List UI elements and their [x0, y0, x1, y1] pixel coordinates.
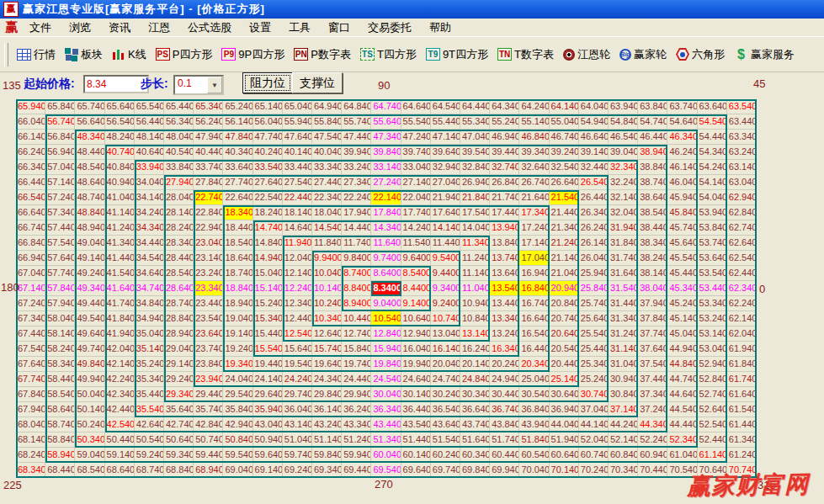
toolbar-item-winner-wheel[interactable]: Big赢家轮	[617, 45, 669, 64]
price-cell[interactable]: 16.7400	[519, 296, 549, 311]
price-cell[interactable]: 37.2400	[638, 402, 667, 417]
price-cell[interactable]: 19.3400	[223, 357, 253, 372]
toolbar-item-winner-service[interactable]: $赢家服务	[731, 45, 797, 64]
price-cell[interactable]: 53.6400	[698, 251, 727, 266]
price-cell[interactable]: 48.2400	[105, 130, 135, 145]
price-cell[interactable]: 59.4400	[194, 448, 223, 463]
price-cell[interactable]: 35.8400	[223, 402, 253, 417]
price-cell[interactable]: 21.7400	[490, 190, 519, 205]
price-cell[interactable]: 56.7400	[45, 114, 75, 130]
price-cell[interactable]: 68.2400	[16, 448, 45, 463]
price-cell[interactable]: 46.4400	[638, 130, 667, 145]
price-cell[interactable]: 12.7400	[342, 326, 371, 342]
price-cell[interactable]: 57.5400	[45, 236, 75, 251]
price-cell[interactable]: 22.8400	[194, 205, 223, 220]
price-cell[interactable]: 53.4400	[698, 281, 727, 296]
price-cell[interactable]: 50.2400	[75, 417, 104, 432]
price-cell[interactable]: 37.9400	[638, 296, 667, 311]
price-cell[interactable]: 12.9400	[401, 326, 431, 342]
price-cell[interactable]: 15.5400	[253, 342, 283, 357]
price-cell[interactable]: 58.0400	[45, 311, 75, 326]
price-cell[interactable]: 38.7400	[638, 175, 667, 190]
price-cell[interactable]: 52.1400	[609, 432, 638, 448]
price-cell[interactable]: 36.0400	[283, 402, 312, 417]
price-cell[interactable]: 46.2400	[667, 145, 697, 160]
price-cell[interactable]: 40.6400	[135, 145, 164, 160]
price-cell[interactable]: 39.4400	[490, 145, 519, 160]
price-cell[interactable]: 15.8400	[342, 342, 371, 357]
price-cell[interactable]: 27.9400	[164, 175, 194, 190]
price-cell[interactable]: 29.1400	[164, 357, 194, 372]
price-cell[interactable]: 26.8400	[490, 175, 519, 190]
price-cell[interactable]: 29.0400	[164, 342, 194, 357]
price-cell[interactable]: 44.2400	[609, 417, 638, 432]
price-cell[interactable]: 48.3400	[75, 130, 104, 145]
price-cell[interactable]: 54.2400	[698, 160, 727, 175]
price-cell[interactable]: 40.0400	[312, 145, 342, 160]
price-cell[interactable]: 35.7400	[194, 402, 223, 417]
price-cell[interactable]: 62.0400	[727, 326, 757, 342]
price-cell[interactable]: 25.8400	[579, 281, 609, 296]
price-cell[interactable]: 66.7400	[16, 220, 45, 236]
price-cell[interactable]: 67.6400	[16, 357, 45, 372]
price-cell[interactable]: 58.5400	[45, 387, 75, 402]
title-bar[interactable]: 赢 赢家江恩专业版[赢家服务平台] - [价格正方形]	[0, 0, 824, 19]
price-cell[interactable]: 49.1400	[75, 251, 104, 266]
price-cell[interactable]: 58.2400	[45, 342, 75, 357]
price-cell[interactable]: 31.9400	[609, 220, 638, 236]
price-cell[interactable]: 15.0400	[253, 266, 283, 281]
price-cell[interactable]: 67.3400	[16, 311, 45, 326]
price-cell[interactable]: 28.0400	[164, 190, 194, 205]
price-cell[interactable]: 46.8400	[519, 130, 549, 145]
price-cell[interactable]: 63.6400	[698, 99, 727, 114]
price-cell[interactable]: 53.0400	[698, 342, 727, 357]
price-cell[interactable]: 15.7400	[312, 342, 342, 357]
price-cell[interactable]: 42.5400	[105, 417, 135, 432]
price-cell[interactable]: 16.6400	[519, 311, 549, 326]
price-cell[interactable]: 69.9400	[490, 463, 519, 478]
price-cell[interactable]: 17.1400	[519, 236, 549, 251]
price-cell[interactable]: 14.3400	[371, 220, 401, 236]
price-cell[interactable]: 40.5400	[164, 145, 194, 160]
price-cell[interactable]: 16.0400	[401, 342, 431, 357]
price-cell[interactable]: 34.4400	[135, 236, 164, 251]
price-cell[interactable]: 27.3400	[342, 175, 371, 190]
price-cell[interactable]: 15.9400	[371, 342, 401, 357]
price-cell[interactable]: 55.3400	[460, 114, 490, 130]
price-cell[interactable]: 39.7400	[401, 145, 431, 160]
price-cell-highlighted[interactable]: 18.3400	[223, 205, 253, 220]
price-cell[interactable]: 21.9400	[431, 190, 460, 205]
price-cell[interactable]: 61.1400	[698, 448, 727, 463]
price-cell[interactable]: 52.3400	[667, 432, 697, 448]
price-cell[interactable]: 23.1400	[194, 251, 223, 266]
price-cell[interactable]: 16.9400	[519, 266, 549, 281]
price-cell[interactable]: 29.7400	[283, 387, 312, 402]
price-cell[interactable]: 50.9400	[253, 432, 283, 448]
price-cell[interactable]: 29.5400	[223, 387, 253, 402]
price-cell[interactable]: 30.0400	[371, 387, 401, 402]
price-cell[interactable]: 62.7400	[727, 220, 757, 236]
price-cell[interactable]: 43.0400	[253, 417, 283, 432]
price-cell[interactable]: 66.0400	[16, 114, 45, 130]
price-cell[interactable]: 10.6400	[401, 311, 431, 326]
price-cell[interactable]: 20.6400	[550, 326, 579, 342]
price-cell[interactable]: 57.3400	[45, 205, 75, 220]
price-cell[interactable]: 36.9400	[550, 402, 579, 417]
price-cell[interactable]: 27.8400	[194, 175, 223, 190]
price-cell[interactable]: 49.5400	[75, 311, 104, 326]
price-cell[interactable]: 54.5400	[698, 114, 727, 130]
price-cell[interactable]: 43.3400	[342, 417, 371, 432]
price-cell[interactable]: 25.5400	[579, 326, 609, 342]
price-cell[interactable]: 51.0400	[283, 432, 312, 448]
price-cell[interactable]: 66.6400	[16, 205, 45, 220]
price-cell[interactable]: 31.1400	[609, 342, 638, 357]
price-cell[interactable]: 27.0400	[431, 175, 460, 190]
price-cell[interactable]: 45.5400	[667, 251, 697, 266]
price-cell[interactable]: 70.3400	[609, 463, 638, 478]
price-cell[interactable]: 57.4400	[45, 220, 75, 236]
price-cell[interactable]: 25.7400	[579, 296, 609, 311]
price-cell[interactable]: 28.1400	[164, 205, 194, 220]
price-cell[interactable]: 63.5400	[727, 99, 757, 114]
price-cell[interactable]: 11.5400	[401, 236, 431, 251]
price-cell[interactable]: 68.6400	[105, 463, 135, 478]
